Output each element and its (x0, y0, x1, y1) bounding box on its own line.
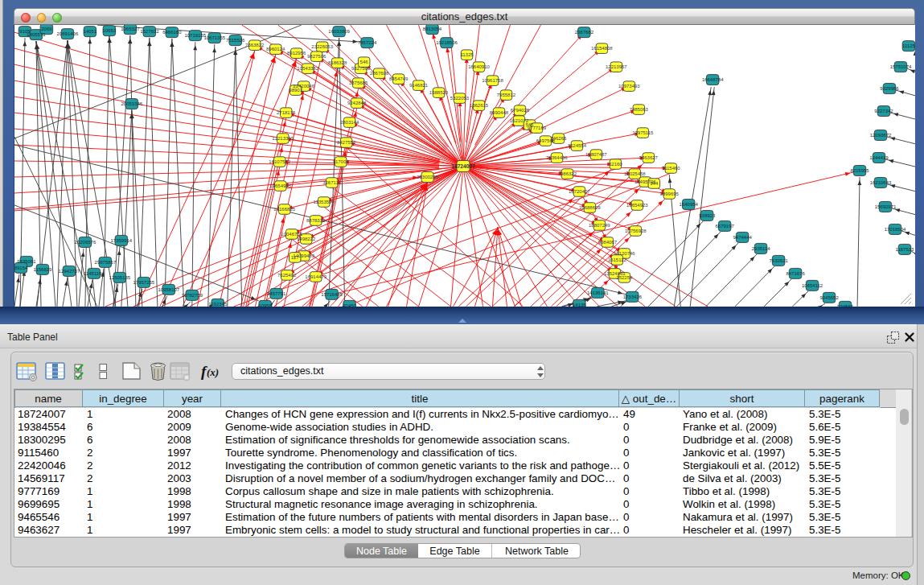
svg-text:8427552: 8427552 (337, 140, 356, 145)
svg-text:1527602: 1527602 (140, 29, 159, 34)
svg-text:8813054: 8813054 (423, 27, 442, 31)
svg-text:924565: 924565 (837, 304, 854, 307)
svg-text:9535061: 9535061 (17, 259, 36, 264)
svg-text:19654923: 19654923 (626, 203, 648, 208)
svg-text:10025458: 10025458 (624, 171, 646, 176)
svg-text:16648784: 16648784 (702, 77, 724, 82)
svg-text:9245652: 9245652 (819, 295, 839, 300)
svg-text:6466160: 6466160 (162, 30, 182, 35)
svg-text:9084067: 9084067 (598, 240, 618, 245)
svg-text:17359914: 17359914 (111, 238, 133, 243)
svg-text:12975115: 12975115 (632, 130, 654, 135)
svg-text:9463627: 9463627 (639, 155, 659, 160)
svg-text:8878332: 8878332 (306, 218, 326, 223)
svg-text:1156829: 1156829 (34, 267, 53, 272)
svg-text:1733426: 1733426 (623, 295, 643, 299)
svg-text:2069: 2069 (41, 27, 52, 31)
svg-text:11353594: 11353594 (314, 200, 335, 204)
svg-text:9146821: 9146821 (409, 83, 429, 88)
svg-text:2935114: 2935114 (752, 246, 771, 251)
svg-text:19218506: 19218506 (436, 40, 458, 45)
svg-text:10756928: 10756928 (625, 229, 647, 233)
svg-text:3624554: 3624554 (568, 143, 587, 148)
svg-text:7515526: 7515526 (226, 38, 245, 43)
svg-text:2718176: 2718176 (277, 110, 296, 115)
svg-text:17957255: 17957255 (133, 280, 155, 285)
svg-text:10671355: 10671355 (203, 35, 225, 40)
svg-text:10958: 10958 (258, 303, 272, 307)
svg-text:7857224: 7857224 (358, 40, 377, 45)
svg-text:16782759: 16782759 (181, 293, 203, 298)
svg-text:16154808: 16154808 (591, 46, 613, 51)
svg-text:7663822: 7663822 (245, 43, 265, 47)
svg-text:917004: 917004 (333, 159, 350, 164)
svg-text:10807487: 10807487 (585, 152, 607, 157)
svg-text:16210643: 16210643 (870, 180, 892, 185)
svg-text:(x): (x) (207, 366, 219, 378)
svg-text:1065327: 1065327 (121, 27, 140, 31)
svg-text:20053346: 20053346 (121, 101, 143, 106)
svg-text:15716485: 15716485 (321, 292, 343, 297)
svg-text:746266: 746266 (550, 136, 567, 141)
svg-text:3375685: 3375685 (349, 80, 368, 85)
svg-text:2087682: 2087682 (575, 30, 594, 35)
svg-text:98901: 98901 (289, 88, 302, 93)
svg-text:12213967: 12213967 (606, 64, 627, 69)
svg-text:127: 127 (291, 255, 300, 260)
svg-text:7632621: 7632621 (769, 258, 788, 263)
svg-text:9457791: 9457791 (267, 291, 286, 296)
svg-text:12942737: 12942737 (59, 269, 80, 274)
svg-text:9827506: 9827506 (307, 54, 326, 59)
svg-text:8454749: 8454749 (389, 76, 409, 81)
svg-text:9329966: 9329966 (880, 86, 899, 91)
svg-text:25300295: 25300295 (417, 175, 438, 179)
svg-text:18807249: 18807249 (589, 223, 610, 228)
svg-text:14136: 14136 (573, 303, 586, 307)
svg-text:11451194: 11451194 (84, 271, 105, 276)
svg-text:1640954: 1640954 (680, 202, 699, 207)
svg-text:12505135: 12505135 (109, 275, 131, 280)
svg-text:17016504: 17016504 (885, 227, 906, 232)
svg-text:9777169: 9777169 (528, 126, 547, 130)
svg-text:1405571: 1405571 (27, 32, 46, 37)
svg-text:62160: 62160 (609, 162, 622, 167)
svg-text:39154: 39154 (14, 266, 28, 270)
svg-text:16107552: 16107552 (269, 159, 290, 164)
svg-text:6679197: 6679197 (716, 224, 735, 229)
svg-text:19654925: 19654925 (269, 183, 291, 188)
svg-text:20364436: 20364436 (546, 155, 568, 160)
svg-text:1588520: 1588520 (429, 90, 449, 95)
svg-text:15720407: 15720407 (569, 189, 590, 194)
svg-text:1167533: 1167533 (896, 247, 915, 252)
svg-text:1192345: 1192345 (208, 302, 228, 307)
svg-text:11125: 11125 (902, 43, 915, 48)
svg-text:16914479: 16914479 (305, 274, 326, 279)
svg-text:23226053: 23226053 (311, 44, 333, 49)
svg-text:944: 944 (650, 181, 659, 186)
svg-text:8912956: 8912956 (287, 51, 306, 56)
svg-text:10961758: 10961758 (482, 78, 503, 83)
svg-text:18724007: 18724007 (451, 163, 475, 169)
svg-text:9227342: 9227342 (874, 109, 893, 113)
svg-text:9242848: 9242848 (347, 101, 367, 105)
svg-text:3267110: 3267110 (322, 180, 342, 185)
svg-text:10654112: 10654112 (802, 283, 823, 288)
svg-text:12213369: 12213369 (272, 136, 294, 141)
svg-text:7485063: 7485063 (630, 107, 649, 112)
svg-text:10958107: 10958107 (158, 287, 180, 292)
svg-text:8960124: 8960124 (266, 47, 285, 51)
svg-text:9115460: 9115460 (662, 166, 681, 171)
svg-text:16640910: 16640910 (468, 64, 490, 69)
svg-text:16033809: 16033809 (328, 29, 350, 34)
svg-text:9474444: 9474444 (733, 235, 753, 240)
svg-text:14051: 14051 (84, 29, 97, 34)
svg-text:7625402: 7625402 (277, 273, 297, 278)
svg-text:7955812: 7955812 (497, 93, 516, 97)
svg-text:1498222: 1498222 (297, 237, 316, 241)
svg-text:7986322: 7986322 (558, 171, 577, 176)
svg-text:11325: 11325 (460, 52, 474, 57)
svg-text:2803144: 2803144 (340, 120, 359, 125)
svg-text:252254: 252254 (616, 275, 633, 280)
svg-text:16120746: 16120746 (614, 251, 635, 256)
svg-text:8990448: 8990448 (490, 110, 509, 115)
